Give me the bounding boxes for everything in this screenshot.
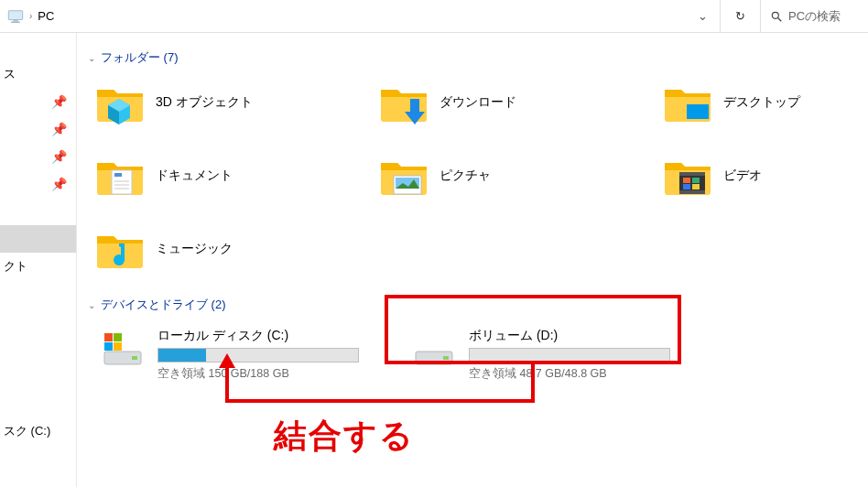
content-pane: ⌄ フォルダー (7) 3D オブジェクト	[77, 33, 868, 487]
group-header-drives[interactable]: ⌄ デバイスとドライブ (2)	[86, 297, 868, 313]
folder-music-icon	[95, 227, 145, 271]
drive-usage-bar	[469, 348, 670, 363]
svg-rect-8	[114, 173, 122, 177]
address-location: PC	[38, 9, 54, 23]
folder-documents-icon	[95, 154, 145, 198]
drive-c[interactable]: ローカル ディスク (C:) 空き領域 150 GB/188 GB	[93, 322, 377, 387]
group-title: デバイスとドライブ (2)	[101, 297, 226, 313]
refresh-button[interactable]: ↻	[720, 0, 760, 32]
top-bar: › PC ⌄ ↻ PCの検索	[0, 0, 868, 33]
svg-rect-19	[683, 184, 690, 189]
drive-name: ボリューム (D:)	[469, 328, 681, 344]
drive-name: ローカル ディスク (C:)	[157, 328, 370, 344]
group-title: フォルダー (7)	[101, 49, 179, 66]
folder-documents[interactable]: ドキュメント	[86, 148, 370, 203]
svg-rect-16	[679, 190, 705, 194]
folder-downloads[interactable]: ダウンロード	[370, 75, 654, 130]
svg-rect-5	[410, 99, 419, 112]
svg-rect-22	[132, 356, 137, 360]
sidebar-item-active[interactable]	[0, 225, 76, 253]
svg-rect-6	[687, 104, 709, 119]
address-dropdown-button[interactable]: ⌄	[692, 9, 712, 23]
drive-free-text: 空き領域 150 GB/188 GB	[157, 366, 370, 382]
svg-rect-24	[114, 333, 122, 341]
sidebar-pin-item[interactable]: 📌	[0, 143, 76, 170]
folder-3d-objects[interactable]: 3D オブジェクト	[86, 75, 370, 130]
folder-desktop-icon	[663, 81, 712, 124]
annotation-text: 結合する	[274, 414, 415, 459]
pin-icon: 📌	[51, 177, 67, 191]
drive-d[interactable]: ボリューム (D:) 空き領域 48.7 GB/48.8 GB	[405, 322, 689, 387]
svg-rect-23	[104, 333, 113, 341]
drive-free-text: 空き領域 48.7 GB/48.8 GB	[469, 366, 681, 382]
address-bar[interactable]: › PC ⌄	[0, 0, 720, 32]
folder-music[interactable]: ミュージック	[86, 222, 370, 276]
folder-videos[interactable]: ビデオ	[654, 148, 855, 203]
drives-row: ローカル ディスク (C:) 空き領域 150 GB/188 GB ボリューム …	[86, 322, 868, 387]
sidebar-item[interactable]: スク (C:)	[0, 417, 76, 445]
svg-rect-28	[443, 356, 449, 360]
folder-downloads-icon	[379, 81, 429, 124]
annotation-line	[225, 366, 229, 403]
svg-rect-1	[13, 20, 18, 21]
drive-icon	[412, 328, 456, 372]
sidebar-item[interactable]: ス	[0, 60, 76, 88]
drive-icon	[101, 328, 145, 372]
sidebar-pin-item[interactable]: 📌	[0, 170, 76, 198]
annotation-line	[225, 399, 535, 403]
nav-sidebar: ス 📌 📌 📌 📌 クト スク (C:)	[0, 33, 77, 487]
folders-grid: 3D オブジェクト ダウンロード	[86, 75, 868, 276]
sidebar-pin-item[interactable]: 📌	[0, 88, 76, 115]
svg-rect-2	[11, 21, 20, 22]
search-placeholder: PCの検索	[788, 8, 841, 25]
search-box[interactable]: PCの検索	[760, 0, 868, 32]
chevron-down-icon: ⌄	[88, 300, 95, 310]
pin-icon: 📌	[51, 94, 67, 109]
refresh-icon: ↻	[735, 9, 745, 23]
annotation-arrowhead-icon	[219, 353, 235, 368]
svg-line-4	[778, 17, 782, 21]
sidebar-item[interactable]: クト	[0, 253, 76, 280]
svg-rect-0	[8, 10, 22, 19]
search-icon	[770, 10, 783, 23]
annotation-line	[531, 364, 535, 401]
group-header-folders[interactable]: ⌄ フォルダー (7)	[86, 49, 868, 66]
folder-pictures-icon	[379, 154, 429, 198]
pc-icon	[7, 10, 24, 23]
svg-rect-15	[679, 172, 705, 176]
folder-pictures[interactable]: ピクチャ	[370, 148, 654, 203]
svg-rect-18	[692, 178, 700, 183]
drive-usage-bar	[157, 348, 359, 363]
pin-icon: 📌	[51, 122, 67, 136]
folder-3d-icon	[95, 81, 145, 124]
chevron-right-icon: ›	[29, 11, 32, 21]
svg-rect-20	[692, 184, 700, 189]
svg-rect-17	[683, 178, 690, 183]
folder-videos-icon	[663, 154, 712, 198]
sidebar-pin-item[interactable]: 📌	[0, 115, 76, 143]
chevron-down-icon: ⌄	[88, 53, 95, 63]
svg-rect-26	[114, 342, 122, 351]
pin-icon: 📌	[51, 149, 67, 164]
svg-rect-25	[104, 342, 113, 351]
svg-point-3	[772, 12, 778, 18]
folder-desktop[interactable]: デスクトップ	[654, 75, 855, 130]
